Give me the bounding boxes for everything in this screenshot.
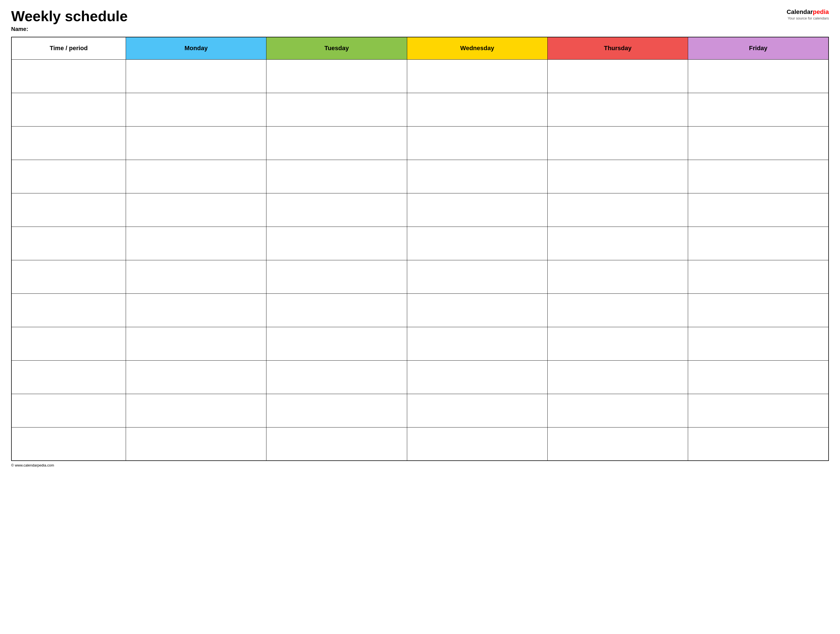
table-cell[interactable]: [267, 93, 407, 126]
table-cell[interactable]: [547, 360, 688, 394]
table-cell[interactable]: [11, 327, 126, 360]
table-cell[interactable]: [688, 260, 829, 293]
table-cell[interactable]: [688, 427, 829, 461]
col-header-thursday: Thursday: [547, 37, 688, 59]
table-cell[interactable]: [688, 360, 829, 394]
table-cell[interactable]: [688, 293, 829, 327]
table-cell[interactable]: [547, 59, 688, 93]
table-cell[interactable]: [547, 193, 688, 227]
table-row: [11, 394, 829, 427]
table-cell[interactable]: [688, 93, 829, 126]
table-row: [11, 93, 829, 126]
table-row: [11, 427, 829, 461]
table-row: [11, 126, 829, 160]
table-cell[interactable]: [407, 360, 547, 394]
table-cell[interactable]: [126, 93, 266, 126]
table-cell[interactable]: [11, 427, 126, 461]
table-cell[interactable]: [11, 227, 126, 260]
table-cell[interactable]: [547, 93, 688, 126]
table-cell[interactable]: [126, 260, 266, 293]
col-header-time: Time / period: [11, 37, 126, 59]
table-cell[interactable]: [407, 93, 547, 126]
table-cell[interactable]: [547, 394, 688, 427]
table-cell[interactable]: [126, 59, 266, 93]
table-cell[interactable]: [267, 227, 407, 260]
table-cell[interactable]: [407, 293, 547, 327]
table-cell[interactable]: [547, 327, 688, 360]
table-row: [11, 227, 829, 260]
schedule-body: [11, 59, 829, 461]
table-cell[interactable]: [407, 427, 547, 461]
table-cell[interactable]: [688, 59, 829, 93]
table-cell[interactable]: [547, 260, 688, 293]
table-cell[interactable]: [11, 59, 126, 93]
table-cell[interactable]: [267, 327, 407, 360]
table-cell[interactable]: [547, 126, 688, 160]
footer-url: © www.calendarpedia.com: [11, 463, 54, 467]
table-cell[interactable]: [126, 327, 266, 360]
table-cell[interactable]: [407, 126, 547, 160]
table-cell[interactable]: [11, 394, 126, 427]
logo-tagline: Your source for calendars: [786, 16, 829, 21]
table-row: [11, 327, 829, 360]
table-cell[interactable]: [547, 427, 688, 461]
table-cell[interactable]: [11, 293, 126, 327]
col-header-tuesday: Tuesday: [267, 37, 407, 59]
table-cell[interactable]: [126, 360, 266, 394]
table-cell[interactable]: [267, 293, 407, 327]
logo-pedia-text: pedia: [813, 8, 829, 15]
table-cell[interactable]: [688, 193, 829, 227]
table-row: [11, 293, 829, 327]
table-cell[interactable]: [126, 427, 266, 461]
footer: © www.calendarpedia.com: [11, 463, 829, 467]
col-header-wednesday: Wednesday: [407, 37, 547, 59]
table-cell[interactable]: [407, 59, 547, 93]
table-cell[interactable]: [407, 227, 547, 260]
table-cell[interactable]: [547, 227, 688, 260]
table-cell[interactable]: [126, 227, 266, 260]
logo-section: Calendarpedia Your source for calendars: [786, 8, 829, 21]
table-cell[interactable]: [267, 59, 407, 93]
table-cell[interactable]: [11, 193, 126, 227]
table-cell[interactable]: [407, 394, 547, 427]
table-cell[interactable]: [547, 160, 688, 193]
table-cell[interactable]: [407, 327, 547, 360]
table-cell[interactable]: [267, 260, 407, 293]
name-label: Name:: [11, 26, 128, 32]
table-cell[interactable]: [688, 327, 829, 360]
page-header: Weekly schedule Name: Calendarpedia Your…: [11, 8, 829, 32]
title-section: Weekly schedule Name:: [11, 8, 128, 32]
table-cell[interactable]: [11, 360, 126, 394]
table-cell[interactable]: [267, 193, 407, 227]
table-cell[interactable]: [688, 160, 829, 193]
table-cell[interactable]: [267, 427, 407, 461]
table-cell[interactable]: [267, 394, 407, 427]
table-cell[interactable]: [11, 160, 126, 193]
table-cell[interactable]: [688, 126, 829, 160]
table-cell[interactable]: [407, 160, 547, 193]
table-cell[interactable]: [407, 260, 547, 293]
table-row: [11, 260, 829, 293]
table-cell[interactable]: [267, 126, 407, 160]
table-cell[interactable]: [11, 260, 126, 293]
table-cell[interactable]: [126, 160, 266, 193]
table-cell[interactable]: [407, 193, 547, 227]
table-cell[interactable]: [126, 394, 266, 427]
col-header-monday: Monday: [126, 37, 266, 59]
header-row: Time / period Monday Tuesday Wednesday T…: [11, 37, 829, 59]
table-cell[interactable]: [126, 193, 266, 227]
table-cell[interactable]: [688, 227, 829, 260]
table-row: [11, 160, 829, 193]
col-header-friday: Friday: [688, 37, 829, 59]
page-title: Weekly schedule: [11, 8, 128, 24]
table-cell[interactable]: [126, 293, 266, 327]
table-cell[interactable]: [267, 360, 407, 394]
table-cell[interactable]: [126, 126, 266, 160]
table-cell[interactable]: [11, 126, 126, 160]
table-row: [11, 360, 829, 394]
table-cell[interactable]: [267, 160, 407, 193]
table-row: [11, 59, 829, 93]
table-cell[interactable]: [11, 93, 126, 126]
table-cell[interactable]: [547, 293, 688, 327]
table-cell[interactable]: [688, 394, 829, 427]
